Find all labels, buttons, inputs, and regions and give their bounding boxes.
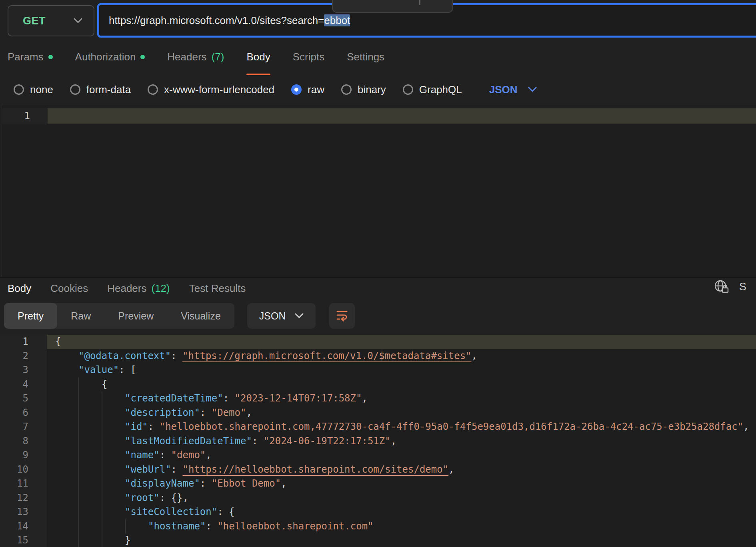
autocomplete-popup[interactable] xyxy=(332,0,453,13)
editor-current-line[interactable] xyxy=(48,108,756,124)
code-line[interactable]: 10"webUrl": "https://helloebbot.sharepoi… xyxy=(0,463,756,477)
radio-unselected-icon xyxy=(148,84,158,95)
code-content[interactable]: "id": "helloebbot.sharepoint.com,4777273… xyxy=(47,420,756,434)
tab-label: Params xyxy=(8,51,44,63)
indent-guide xyxy=(102,391,102,406)
tab-label: Body xyxy=(246,51,270,63)
code-line[interactable]: 15} xyxy=(0,533,756,547)
code-text: } xyxy=(55,535,130,546)
code-content[interactable]: "root": {}, xyxy=(47,491,756,505)
response-tab-cookies[interactable]: Cookies xyxy=(50,282,88,296)
request-body-editor[interactable]: 1 xyxy=(2,105,756,277)
code-content[interactable]: { xyxy=(47,377,756,392)
radio-unselected-icon xyxy=(70,84,80,95)
indent-guide xyxy=(102,406,102,420)
indent-guide xyxy=(78,463,79,477)
body-mode-x-www-form-urlencoded[interactable]: x-www-form-urlencoded xyxy=(148,84,274,96)
code-line[interactable]: 9"name": "demo", xyxy=(0,448,756,463)
response-tab-body[interactable]: Body xyxy=(8,282,31,296)
code-line[interactable]: 3"value": [ xyxy=(0,363,756,377)
active-tab-underline xyxy=(246,74,270,75)
code-line[interactable]: 12"root": {}, xyxy=(0,491,756,505)
tab-settings[interactable]: Settings xyxy=(347,51,384,65)
code-content[interactable]: "displayName": "Ebbot Demo", xyxy=(47,477,756,491)
body-mode-none[interactable]: none xyxy=(14,84,53,96)
code-line[interactable]: 1{ xyxy=(0,335,756,349)
line-number: 1 xyxy=(2,108,48,124)
code-text: "siteCollection": { xyxy=(55,506,235,517)
code-line[interactable]: 7"id": "helloebbot.sharepoint.com,477727… xyxy=(0,420,756,434)
code-content[interactable]: "@odata.context": "https://graph.microso… xyxy=(47,349,756,363)
line-number: 4 xyxy=(0,377,47,392)
code-content[interactable]: "createdDateTime": "2023-12-14T07:17:58Z… xyxy=(47,391,756,406)
request-tabs: ParamsAuthorizationHeaders(7)BodyScripts… xyxy=(8,47,384,68)
code-line[interactable]: 13"siteCollection": { xyxy=(0,505,756,519)
tab-scripts[interactable]: Scripts xyxy=(293,51,324,65)
code-line[interactable]: 6"description": "Demo", xyxy=(0,406,756,420)
response-tab-headers[interactable]: Headers(12) xyxy=(107,282,170,296)
body-mode-raw[interactable]: raw xyxy=(291,84,324,96)
tab-params[interactable]: Params xyxy=(8,51,53,65)
view-mode-pretty[interactable]: Pretty xyxy=(4,303,57,329)
code-line[interactable]: 2"@odata.context": "https://graph.micros… xyxy=(0,349,756,363)
indent-guide xyxy=(78,391,79,406)
code-content[interactable]: "value": [ xyxy=(47,363,756,377)
indent-guide xyxy=(125,519,126,534)
format-dropdown[interactable]: JSON xyxy=(247,303,316,329)
response-toolbar: PrettyRawPreviewVisualize JSON xyxy=(4,303,355,329)
url-selected-text: ebbot xyxy=(324,14,350,26)
radio-selected-icon xyxy=(291,84,302,95)
code-content[interactable]: "siteCollection": { xyxy=(47,505,756,519)
body-mode-form-data[interactable]: form-data xyxy=(70,84,131,96)
response-tab-test-results[interactable]: Test Results xyxy=(189,282,246,296)
view-mode-preview[interactable]: Preview xyxy=(104,303,167,329)
method-dropdown[interactable]: GET xyxy=(8,5,94,36)
code-content[interactable]: { xyxy=(47,335,756,349)
tab-authorization[interactable]: Authorization xyxy=(75,51,145,65)
body-mode-radios: noneform-datax-www-form-urlencodedrawbin… xyxy=(14,81,537,98)
green-dot-indicator xyxy=(48,55,53,59)
code-content[interactable]: "description": "Demo", xyxy=(47,406,756,420)
line-number: 8 xyxy=(0,434,47,449)
line-number: 11 xyxy=(0,477,47,491)
body-mode-label: GraphQL xyxy=(419,84,462,96)
code-content[interactable]: "name": "demo", xyxy=(47,448,756,463)
code-content[interactable]: } xyxy=(47,533,756,547)
code-line[interactable]: 5"createdDateTime": "2023-12-14T07:17:58… xyxy=(0,391,756,406)
radio-unselected-icon xyxy=(14,84,24,95)
line-number: 1 xyxy=(0,335,47,349)
pane-divider[interactable] xyxy=(0,277,756,278)
code-line[interactable]: 4{ xyxy=(0,377,756,392)
body-mode-label: binary xyxy=(358,84,386,96)
body-language-label: JSON xyxy=(489,84,518,96)
body-mode-graphql[interactable]: GraphQL xyxy=(403,84,462,96)
line-number: 6 xyxy=(0,406,47,420)
tab-label: Test Results xyxy=(189,282,246,295)
view-mode-visualize[interactable]: Visualize xyxy=(167,303,234,329)
body-mode-label: form-data xyxy=(86,84,131,96)
view-mode-raw[interactable]: Raw xyxy=(57,303,104,329)
indent-guide xyxy=(102,434,102,449)
line-number: 3 xyxy=(0,363,47,377)
code-line[interactable]: 14"hostname": "helloebbot.sharepoint.com… xyxy=(0,519,756,534)
tab-body[interactable]: Body xyxy=(246,51,270,65)
editor-line[interactable]: 1 xyxy=(2,108,756,124)
tab-headers[interactable]: Headers(7) xyxy=(167,51,224,65)
body-mode-binary[interactable]: binary xyxy=(341,84,386,96)
wrap-text-button[interactable] xyxy=(329,303,355,329)
indent-guide xyxy=(78,377,79,392)
indent-guide xyxy=(78,406,79,420)
code-line[interactable]: 8"lastModifiedDateTime": "2024-06-19T22:… xyxy=(0,434,756,449)
code-content[interactable]: "webUrl": "https://helloebbot.sharepoint… xyxy=(47,463,756,477)
code-line[interactable]: 11"displayName": "Ebbot Demo", xyxy=(0,477,756,491)
response-tabbar-right: S xyxy=(714,279,746,294)
body-language-dropdown[interactable]: JSON xyxy=(489,84,537,96)
code-content[interactable]: "lastModifiedDateTime": "2024-06-19T22:1… xyxy=(47,434,756,449)
code-content[interactable]: "hostname": "helloebbot.sharepoint.com" xyxy=(47,519,756,534)
chevron-down-icon xyxy=(528,87,537,92)
code-text: "displayName": "Ebbot Demo", xyxy=(55,478,287,489)
postman-app: { "request": { "method": "GET", "url": {… xyxy=(0,0,756,547)
line-number: 5 xyxy=(0,391,47,406)
response-body-editor[interactable]: 1{2"@odata.context": "https://graph.micr… xyxy=(0,335,756,547)
globe-lock-icon[interactable] xyxy=(714,279,729,294)
